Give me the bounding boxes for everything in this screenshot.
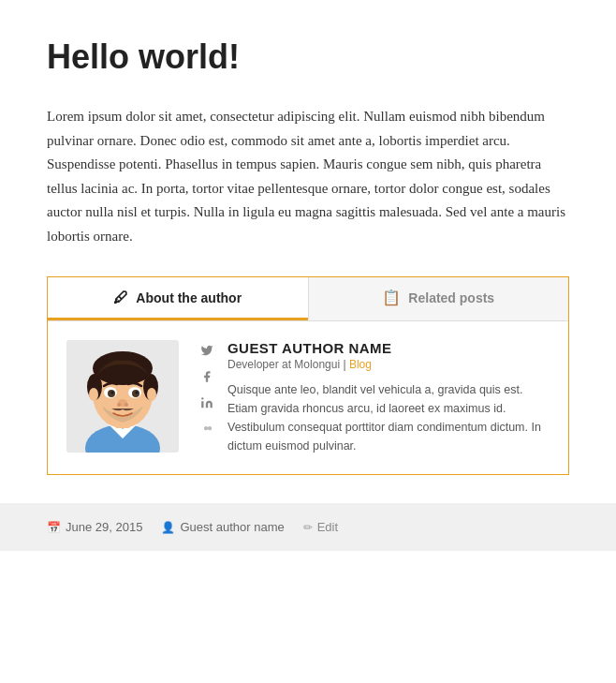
- post-title: Hello world!: [47, 37, 569, 77]
- footer-author-name: Guest author name: [180, 520, 284, 534]
- svg-point-9: [147, 388, 156, 401]
- footer-edit: ✏ Edit: [303, 520, 338, 534]
- post-footer: 📅 June 29, 2015 👤 Guest author name ✏ Ed…: [0, 503, 616, 551]
- svg-point-8: [89, 388, 98, 401]
- author-role: Developer at Molongui | Blog: [227, 358, 550, 371]
- svg-point-19: [201, 397, 203, 399]
- tab-about-content: ●● GUEST AUTHOR NAME Developer at Molong…: [48, 321, 568, 474]
- tab-related[interactable]: 📋 Related posts: [308, 277, 569, 320]
- page-wrapper: Hello world! Lorem ipsum dolor sit amet,…: [0, 0, 616, 683]
- footer-date: 📅 June 29, 2015: [47, 520, 142, 534]
- twitter-icon[interactable]: [200, 344, 213, 361]
- author-box: 🖊 About the author 📋 Related posts: [47, 276, 569, 475]
- tab-about-label: About the author: [136, 290, 242, 305]
- tabs-header: 🖊 About the author 📋 Related posts: [48, 277, 568, 321]
- post-content: Lorem ipsum dolor sit amet, consectetur …: [47, 105, 569, 248]
- author-role-text: Developer at Molongui: [227, 358, 340, 371]
- svg-point-18: [125, 403, 128, 407]
- flickr-icon[interactable]: ●●: [203, 423, 211, 433]
- quill-icon: 🖊: [113, 290, 128, 306]
- related-icon: 📋: [382, 289, 401, 306]
- author-profile: ●● GUEST AUTHOR NAME Developer at Molong…: [66, 340, 550, 455]
- facebook-icon[interactable]: [200, 370, 213, 387]
- tab-related-label: Related posts: [408, 290, 494, 305]
- author-avatar: [66, 340, 179, 453]
- svg-point-17: [117, 403, 121, 407]
- footer-date-text: June 29, 2015: [66, 520, 142, 534]
- author-blog-link[interactable]: Blog: [349, 358, 372, 371]
- pencil-icon: ✏: [303, 521, 313, 534]
- author-name: GUEST AUTHOR NAME: [227, 340, 550, 356]
- author-bio: Quisque ante leo, blandit vel vehicula a…: [227, 380, 550, 455]
- social-column: ●● GUEST AUTHOR NAME Developer at Molong…: [198, 340, 550, 455]
- tab-about[interactable]: 🖊 About the author: [48, 277, 308, 320]
- edit-link[interactable]: Edit: [317, 520, 338, 534]
- footer-author: 👤 Guest author name: [161, 520, 284, 534]
- calendar-icon: 📅: [47, 521, 61, 534]
- svg-point-5: [93, 351, 153, 385]
- author-info: GUEST AUTHOR NAME Developer at Molongui …: [227, 340, 550, 455]
- person-icon: 👤: [161, 521, 175, 534]
- social-icons: ●●: [198, 340, 216, 455]
- linkedin-icon[interactable]: [200, 396, 213, 413]
- svg-point-15: [136, 392, 139, 394]
- svg-point-14: [111, 392, 114, 394]
